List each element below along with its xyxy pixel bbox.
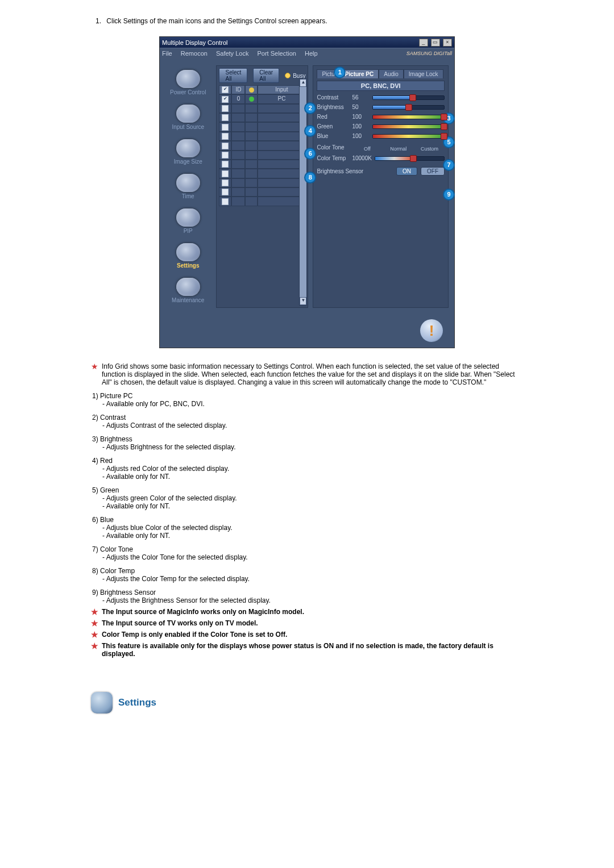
- maintenance-icon: [176, 278, 200, 296]
- star-icon: ★: [91, 619, 98, 627]
- row-colortone: Color Tone Off Normal Custom: [317, 143, 445, 152]
- def-sub: - Adjusts Brightness for the selected di…: [102, 443, 523, 451]
- scroll-up-icon[interactable]: ▲: [300, 79, 306, 87]
- power-icon: [176, 70, 200, 88]
- table-row[interactable]: [219, 151, 305, 160]
- tone-off[interactable]: Off: [352, 146, 382, 152]
- table-row[interactable]: [219, 169, 305, 178]
- menu-file[interactable]: File: [162, 50, 172, 57]
- sidebar: Power Control Input Source Image Size Ti…: [164, 65, 211, 308]
- def-sub: - Adjusts green Color of the selected di…: [102, 494, 523, 502]
- minimize-icon[interactable]: _: [419, 39, 428, 47]
- def-sub: - Adjusts the Color Tone for the selecte…: [102, 553, 523, 561]
- table-row[interactable]: [219, 187, 305, 197]
- sidebar-item-input[interactable]: Input Source: [164, 100, 211, 135]
- colortemp-slider[interactable]: [375, 156, 445, 161]
- intro-step: 1. Click Settings of the main icons and …: [92, 17, 523, 25]
- select-all-button[interactable]: Select All: [219, 68, 247, 83]
- section-settings: Settings: [91, 692, 523, 713]
- callout-9: 9: [443, 189, 455, 201]
- tone-normal[interactable]: Normal: [383, 146, 413, 152]
- tone-custom[interactable]: Custom: [414, 146, 445, 152]
- def-sub: - Available only for NT.: [102, 502, 523, 510]
- def-sub: - Available only for NT.: [102, 532, 523, 540]
- sensor-on-button[interactable]: ON: [396, 167, 417, 176]
- star-note: ★Color Temp is only enabled if the Color…: [91, 631, 523, 639]
- scroll-down-icon[interactable]: ▼: [300, 297, 306, 305]
- brand-label: SAMSUNG DIGITall: [406, 51, 452, 56]
- def-header: 9) Brightness Sensor: [92, 589, 523, 596]
- sidebar-item-maintenance[interactable]: Maintenance: [164, 273, 211, 308]
- menu-portselection[interactable]: Port Selection: [257, 50, 296, 57]
- row-colortemp: Color Temp 10000K: [317, 155, 445, 161]
- table-row[interactable]: [219, 197, 305, 206]
- callout-8: 8: [304, 172, 316, 183]
- star-icon: ★: [91, 608, 98, 616]
- star-note: ★The Input source of TV works only on TV…: [91, 619, 523, 627]
- table-row[interactable]: [219, 104, 305, 113]
- callout-6: 6: [304, 148, 316, 160]
- pip-icon: [176, 208, 200, 227]
- star-icon: ★: [91, 642, 98, 658]
- def-header: 1) Picture PC: [92, 392, 523, 400]
- busy-icon: [285, 73, 291, 78]
- sidebar-item-pip[interactable]: PIP: [164, 204, 211, 239]
- maximize-icon[interactable]: ▭: [431, 39, 440, 47]
- def-header: 5) Green: [92, 486, 523, 494]
- sidebar-item-imagesize[interactable]: Image Size: [164, 135, 211, 169]
- sidebar-item-settings[interactable]: Settings: [164, 239, 211, 273]
- sensor-off-button[interactable]: OFF: [421, 167, 445, 176]
- def-sub: - Available only for PC, BNC, DVI.: [102, 400, 523, 408]
- contrast-slider[interactable]: [372, 95, 445, 100]
- brightness-slider[interactable]: [372, 105, 445, 110]
- def-header: 8) Color Temp: [92, 567, 523, 575]
- green-slider[interactable]: [372, 124, 445, 129]
- busy-indicator: Busy: [285, 73, 305, 79]
- settings-icon: [176, 243, 200, 261]
- table-row[interactable]: [219, 160, 305, 169]
- def-header: 2) Contrast: [92, 414, 523, 422]
- tab-imagelock[interactable]: Image Lock: [404, 69, 443, 78]
- note-intro: ★ Info Grid shows some basic information…: [91, 362, 523, 386]
- clear-all-button[interactable]: Clear All: [253, 68, 279, 83]
- app-screenshot: Multiple Display Control _ ▭ × File Remo…: [159, 36, 455, 348]
- def-sub: - Available only for NT.: [102, 473, 523, 481]
- grid-header: ID Input: [219, 85, 305, 94]
- menu-safetylock[interactable]: Safety Lock: [216, 50, 248, 57]
- row-checkbox[interactable]: [222, 96, 229, 103]
- checkbox-header[interactable]: [222, 86, 229, 93]
- def-header: 4) Red: [92, 457, 523, 465]
- star-icon: ★: [91, 631, 98, 639]
- time-icon: [176, 174, 200, 192]
- row-brightness: Brightness 50: [317, 104, 445, 110]
- table-row[interactable]: [219, 132, 305, 141]
- blue-slider[interactable]: [372, 134, 445, 139]
- callout-2: 2: [304, 102, 316, 114]
- sidebar-item-time[interactable]: Time: [164, 169, 211, 204]
- info-grid: Select All Clear All Busy ID Input 0: [216, 65, 308, 308]
- panel-status: PC, BNC, DVI: [317, 81, 445, 91]
- table-row[interactable]: 0 PC: [219, 94, 305, 103]
- input-icon: [176, 105, 200, 123]
- imagesize-icon: [176, 139, 200, 157]
- tab-picture-pc[interactable]: Picture PC: [340, 69, 379, 78]
- close-icon[interactable]: ×: [443, 39, 452, 47]
- table-row[interactable]: [219, 178, 305, 187]
- sidebar-item-power[interactable]: Power Control: [164, 65, 211, 100]
- menu-help[interactable]: Help: [305, 50, 318, 57]
- section-heading: Settings: [118, 697, 156, 708]
- settings-panel: Pictu Picture PC Audio Image Lock 1 PC, …: [313, 65, 449, 308]
- definition-list: 1) Picture PC- Available only for PC, BN…: [92, 392, 523, 604]
- def-header: 3) Brightness: [92, 435, 523, 443]
- callout-4: 4: [304, 125, 316, 137]
- star-icon: ★: [91, 362, 98, 386]
- menu-remocon[interactable]: Remocon: [181, 50, 208, 57]
- red-slider[interactable]: [372, 115, 445, 119]
- settings-section-icon: [91, 692, 113, 713]
- row-green: Green 100: [317, 123, 445, 130]
- tab-audio[interactable]: Audio: [379, 69, 404, 78]
- table-row[interactable]: [219, 122, 305, 131]
- table-row[interactable]: [219, 113, 305, 122]
- def-sub: - Adjusts the Brightness Sensor for the …: [102, 596, 523, 604]
- table-row[interactable]: [219, 141, 305, 150]
